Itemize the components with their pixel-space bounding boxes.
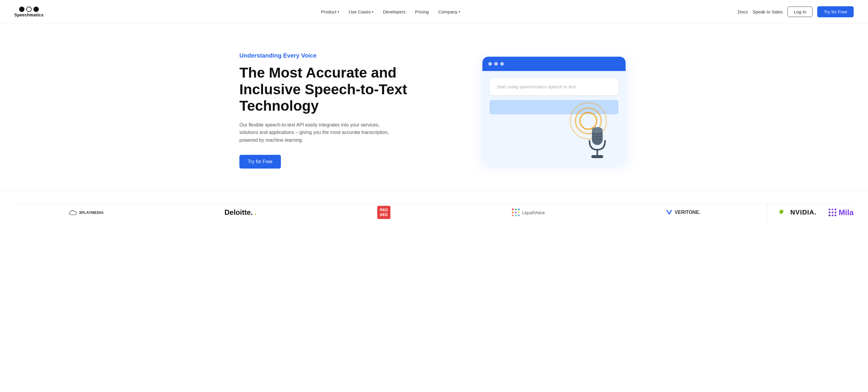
- liquidvoice-dots-icon: [511, 208, 520, 217]
- svg-point-21: [832, 211, 833, 213]
- logo-text: Speechmatics: [14, 12, 43, 17]
- svg-point-6: [592, 127, 602, 133]
- nav-product[interactable]: Product ▾: [321, 9, 339, 14]
- chevron-down-icon: ▾: [372, 10, 373, 13]
- redbee-line2: BEE: [380, 213, 388, 217]
- veritone-v-icon: [665, 209, 673, 216]
- hero-title: The Most Accurate and Inclusive Speech-t…: [239, 64, 412, 114]
- logo-3playmedia-text: 3PLAYMEDIA: [79, 210, 103, 215]
- logo-dot-3: [33, 6, 39, 12]
- logos-group-1: 3PLAYMEDIA Deloitte. . RED BEE: [14, 206, 755, 219]
- svg-point-9: [518, 208, 520, 210]
- logo-mila[interactable]: Mila: [828, 208, 854, 217]
- nav-pricing[interactable]: Pricing: [415, 9, 429, 14]
- svg-point-11: [515, 211, 517, 213]
- hero-description: Our flexible speech-to-text API easily i…: [239, 121, 395, 144]
- redbee-box: RED BEE: [377, 206, 390, 219]
- hero-cta-button[interactable]: Try for Free: [239, 155, 281, 169]
- hero-section: Understanding Every Voice The Most Accur…: [0, 24, 868, 191]
- deloitte-dot: .: [255, 208, 257, 217]
- nav-developers[interactable]: Developers: [383, 9, 406, 14]
- logos-section: 3PLAYMEDIA Deloitte. . RED BEE: [0, 191, 868, 233]
- svg-point-25: [835, 215, 836, 216]
- logo-redbee[interactable]: RED BEE: [377, 206, 390, 219]
- mila-dots-icon: [828, 208, 837, 217]
- try-for-free-button[interactable]: Try for Free: [817, 6, 854, 17]
- svg-point-14: [515, 215, 517, 216]
- svg-point-15: [518, 215, 520, 216]
- microphone-icon: [585, 125, 609, 161]
- nav-use-cases[interactable]: Use Cases ▾: [349, 9, 373, 14]
- chevron-down-icon: ▾: [338, 10, 339, 13]
- svg-rect-5: [591, 155, 603, 158]
- logos-divider: [767, 203, 767, 221]
- login-button[interactable]: Log In: [787, 6, 812, 17]
- logos-group-2: NVIDIA. Mila: [779, 208, 854, 217]
- nav-links: Product ▾ Use Cases ▾ Developers Pricing…: [321, 9, 460, 14]
- svg-point-10: [512, 211, 514, 213]
- svg-point-18: [832, 208, 833, 210]
- svg-point-17: [829, 208, 830, 210]
- nav-company[interactable]: Company ▾: [438, 9, 460, 14]
- svg-point-22: [835, 211, 836, 213]
- docs-link[interactable]: Docs: [738, 9, 748, 14]
- nav-actions: Docs Speak to Sales Log In Try for Free: [738, 6, 854, 17]
- logo-dot-1: [19, 6, 25, 12]
- cloud-icon: [69, 209, 77, 216]
- logo-nvidia[interactable]: NVIDIA.: [779, 208, 817, 216]
- svg-point-24: [832, 215, 833, 216]
- speak-to-sales-button[interactable]: Speak to Sales: [753, 9, 783, 14]
- liquidvoice-text: LiquidVoice: [522, 210, 545, 215]
- navbar: Speechmatics Product ▾ Use Cases ▾ Devel…: [0, 0, 868, 24]
- logo-deloitte-text: Deloitte.: [224, 208, 253, 217]
- svg-point-19: [835, 208, 836, 210]
- browser-dot-3: [500, 62, 504, 66]
- browser-body: Start using speechmatics speech to text: [483, 71, 626, 164]
- svg-point-23: [829, 215, 830, 216]
- browser-placeholder-text: Start using speechmatics speech to text: [497, 84, 576, 89]
- mila-text: Mila: [838, 208, 854, 217]
- browser-topbar: [483, 57, 626, 71]
- hero-tagline: Understanding Every Voice: [239, 52, 412, 59]
- logo[interactable]: Speechmatics: [14, 6, 43, 17]
- svg-point-13: [512, 215, 514, 216]
- redbee-line1: RED: [380, 208, 388, 213]
- logo-icons: [19, 6, 39, 12]
- svg-marker-16: [666, 210, 672, 215]
- logo-3playmedia[interactable]: 3PLAYMEDIA: [69, 209, 103, 216]
- svg-point-7: [512, 208, 514, 210]
- logo-deloitte[interactable]: Deloitte. .: [224, 208, 256, 217]
- svg-point-20: [829, 211, 830, 213]
- chevron-down-icon: ▾: [459, 10, 460, 13]
- browser-dot-2: [494, 62, 498, 66]
- svg-point-12: [518, 211, 520, 213]
- hero-left: Understanding Every Voice The Most Accur…: [239, 52, 412, 168]
- nvidia-icon: [779, 209, 788, 216]
- browser-dot-1: [488, 62, 492, 66]
- logo-veritone[interactable]: VERITONE.: [665, 209, 700, 216]
- hero-illustration: Start using speechmatics speech to text: [479, 57, 629, 164]
- browser-input-area: Start using speechmatics speech to text: [490, 78, 618, 95]
- veritone-text: VERITONE.: [675, 210, 700, 215]
- svg-point-8: [515, 208, 517, 210]
- logo-dot-2: [26, 6, 32, 12]
- logo-liquidvoice[interactable]: LiquidVoice: [511, 208, 545, 217]
- nvidia-text: NVIDIA.: [790, 208, 817, 216]
- browser-mockup: Start using speechmatics speech to text: [483, 57, 626, 164]
